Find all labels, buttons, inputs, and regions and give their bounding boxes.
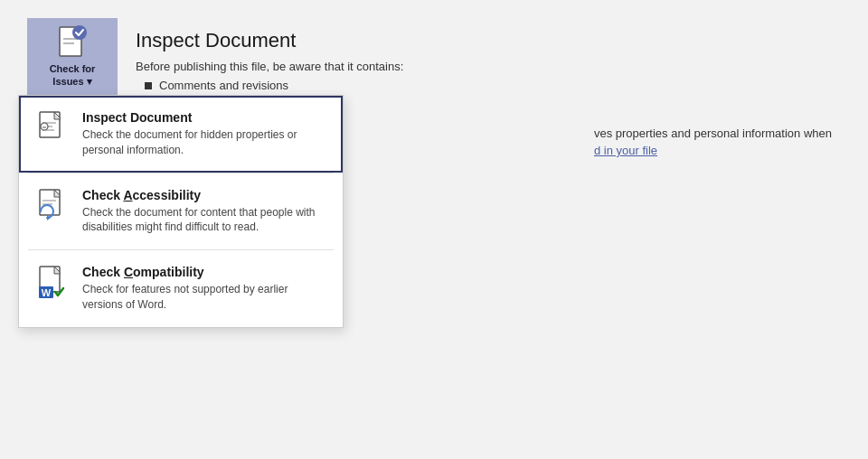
inspect-document-desc: Check the document for hidden properties…	[82, 127, 326, 158]
check-compatibility-icon: W	[35, 265, 70, 299]
main-area: Check for Issues ▾ Inspect Document Befo…	[0, 0, 868, 459]
list-item: Comments and revisions	[145, 79, 823, 92]
inspect-document-icon	[35, 110, 70, 145]
check-for-issues-label: Check for Issues ▾	[34, 63, 110, 87]
inspect-document-title: Inspect Document	[82, 110, 326, 125]
inspect-title: Inspect Document	[136, 29, 823, 52]
check-for-issues-button[interactable]: Check for Issues ▾	[27, 18, 118, 95]
check-compatibility-text: Check Compatibility Check for features n…	[82, 265, 326, 313]
check-issues-icon	[56, 25, 89, 60]
dropdown-arrow: ▾	[87, 76, 92, 87]
inspect-document-text: Inspect Document Check the document for …	[82, 110, 326, 158]
check-accessibility-icon	[35, 188, 70, 222]
right-panel-text: ves properties and personal information …	[594, 126, 832, 157]
menu-item-check-accessibility[interactable]: Check Accessibility Check the document f…	[19, 173, 343, 250]
svg-text:W: W	[42, 287, 52, 298]
menu-item-check-compatibility[interactable]: W Check Compatibility Check for features…	[19, 250, 343, 327]
dropdown-menu: Inspect Document Check the document for …	[18, 95, 344, 328]
svg-marker-13	[47, 215, 51, 220]
check-accessibility-desc: Check the document for content that peop…	[82, 205, 326, 236]
svg-point-3	[72, 25, 87, 40]
check-compatibility-desc: Check for features not supported by earl…	[82, 282, 326, 313]
check-accessibility-title: Check Accessibility	[82, 188, 326, 202]
svg-point-8	[41, 123, 48, 130]
menu-item-inspect-document[interactable]: Inspect Document Check the document for …	[19, 96, 343, 173]
inspect-subtitle: Before publishing this file, be aware th…	[136, 60, 823, 73]
bullet-icon	[145, 82, 152, 89]
check-compatibility-title: Check Compatibility	[82, 265, 326, 279]
right-panel-link[interactable]: d in your file	[594, 144, 832, 157]
check-accessibility-text: Check Accessibility Check the document f…	[82, 188, 326, 236]
